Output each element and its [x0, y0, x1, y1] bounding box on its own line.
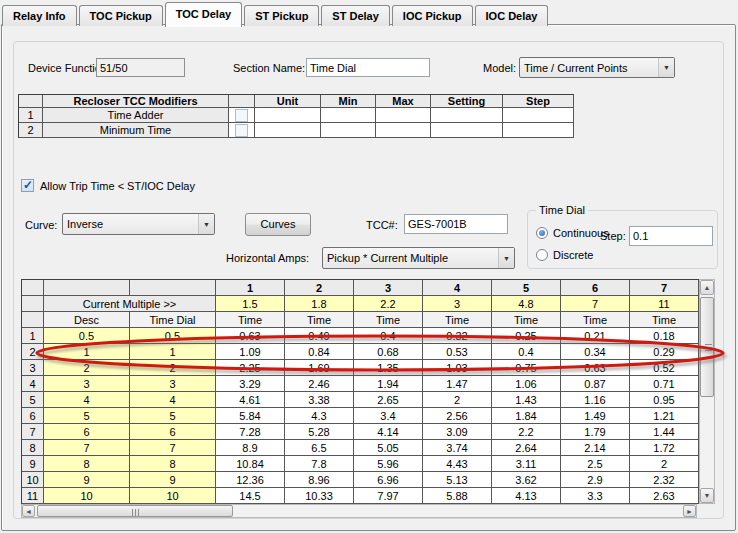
- grid-time-cell[interactable]: 2.14: [561, 440, 630, 456]
- grid-time-cell[interactable]: 6.5: [285, 440, 354, 456]
- grid-time-cell[interactable]: 5.28: [285, 424, 354, 440]
- grid-time-cell[interactable]: 4.13: [492, 488, 561, 504]
- grid-column-number[interactable]: 6: [561, 280, 630, 296]
- grid-row-number[interactable]: 3: [22, 360, 44, 376]
- modifiers-value-cell[interactable]: [503, 108, 574, 123]
- grid-time-cell[interactable]: 2.46: [285, 376, 354, 392]
- grid-time-cell[interactable]: 0.53: [423, 344, 492, 360]
- grid-time-cell[interactable]: 1.79: [561, 424, 630, 440]
- modifiers-row-number[interactable]: 2: [19, 123, 43, 138]
- grid-time-cell[interactable]: 2: [630, 456, 699, 472]
- grid-column-number[interactable]: 5: [492, 280, 561, 296]
- grid-time-cell[interactable]: 2.56: [423, 408, 492, 424]
- discrete-radio[interactable]: [536, 249, 548, 261]
- continuous-radio[interactable]: [536, 227, 548, 239]
- current-multiple-value[interactable]: 11: [630, 296, 699, 312]
- modifier-checkbox[interactable]: [235, 124, 248, 137]
- grid-time-cell[interactable]: 0.68: [354, 344, 423, 360]
- grid-time-cell[interactable]: 2.5: [561, 456, 630, 472]
- grid-time-cell[interactable]: 1.72: [630, 440, 699, 456]
- grid-desc-cell[interactable]: 2: [44, 360, 130, 376]
- grid-desc-cell[interactable]: 8: [44, 456, 130, 472]
- tcc-number-input[interactable]: GES-7001B: [404, 214, 508, 234]
- modifiers-value-cell[interactable]: [255, 108, 321, 123]
- grid-time-cell[interactable]: 0.18: [630, 328, 699, 344]
- grid-time-cell[interactable]: 1.21: [630, 408, 699, 424]
- horizontal-amps-dropdown[interactable]: Pickup * Current Multiple ▼: [322, 247, 515, 269]
- grid-time-cell[interactable]: 5.13: [423, 472, 492, 488]
- grid-column-number[interactable]: 3: [354, 280, 423, 296]
- current-multiple-value[interactable]: 4.8: [492, 296, 561, 312]
- grid-row-number[interactable]: 11: [22, 488, 44, 504]
- grid-time-cell[interactable]: 14.5: [216, 488, 285, 504]
- grid-time-cell[interactable]: 5.05: [354, 440, 423, 456]
- current-multiple-value[interactable]: 1.8: [285, 296, 354, 312]
- grid-column-number[interactable]: 7: [630, 280, 699, 296]
- grid-horizontal-scrollbar[interactable]: ◄ ►: [21, 504, 697, 518]
- tab-ioc-pickup[interactable]: IOC Pickup: [392, 5, 473, 26]
- grid-hscroll-thumb[interactable]: [37, 505, 233, 517]
- grid-time-cell[interactable]: 2.9: [561, 472, 630, 488]
- grid-time-dial-cell[interactable]: 6: [130, 424, 216, 440]
- grid-desc-cell[interactable]: 0.5: [44, 328, 130, 344]
- grid-time-cell[interactable]: 1.35: [354, 360, 423, 376]
- grid-time-cell[interactable]: 0.21: [561, 328, 630, 344]
- grid-time-cell[interactable]: 1.16: [561, 392, 630, 408]
- grid-desc-cell[interactable]: 10: [44, 488, 130, 504]
- grid-row-number[interactable]: 6: [22, 408, 44, 424]
- current-multiple-value[interactable]: 7: [561, 296, 630, 312]
- scroll-left-icon[interactable]: ◄: [22, 505, 35, 517]
- grid-time-cell[interactable]: 2: [423, 392, 492, 408]
- grid-desc-cell[interactable]: 5: [44, 408, 130, 424]
- modifiers-value-cell[interactable]: [376, 123, 431, 138]
- grid-time-cell[interactable]: 3.29: [216, 376, 285, 392]
- chevron-down-icon[interactable]: ▼: [498, 248, 514, 268]
- grid-time-cell[interactable]: 1.47: [423, 376, 492, 392]
- grid-time-cell[interactable]: 1.94: [354, 376, 423, 392]
- grid-time-cell[interactable]: 0.63: [216, 328, 285, 344]
- grid-time-cell[interactable]: 7.28: [216, 424, 285, 440]
- current-multiple-value[interactable]: 3: [423, 296, 492, 312]
- grid-time-cell[interactable]: 0.52: [630, 360, 699, 376]
- grid-time-cell[interactable]: 3.4: [354, 408, 423, 424]
- grid-time-cell[interactable]: 1.69: [285, 360, 354, 376]
- grid-time-cell[interactable]: 4.3: [285, 408, 354, 424]
- grid-time-cell[interactable]: 5.96: [354, 456, 423, 472]
- chevron-down-icon[interactable]: ▼: [198, 214, 214, 234]
- grid-time-dial-cell[interactable]: 1: [130, 344, 216, 360]
- grid-time-cell[interactable]: 4.14: [354, 424, 423, 440]
- grid-time-dial-cell[interactable]: 4: [130, 392, 216, 408]
- model-dropdown[interactable]: Time / Current Points ▼: [519, 57, 675, 78]
- modifiers-row-number[interactable]: 1: [19, 108, 43, 123]
- grid-time-cell[interactable]: 2.25: [216, 360, 285, 376]
- grid-time-cell[interactable]: 0.4: [354, 328, 423, 344]
- modifiers-value-cell[interactable]: [321, 123, 376, 138]
- grid-time-dial-cell[interactable]: 0.5: [130, 328, 216, 344]
- grid-time-cell[interactable]: 0.75: [492, 360, 561, 376]
- grid-time-cell[interactable]: 2.32: [630, 472, 699, 488]
- grid-desc-cell[interactable]: 3: [44, 376, 130, 392]
- modifier-checkbox[interactable]: [235, 109, 248, 122]
- modifiers-value-cell[interactable]: [503, 123, 574, 138]
- grid-row-number[interactable]: 5: [22, 392, 44, 408]
- grid-time-cell[interactable]: 0.87: [561, 376, 630, 392]
- grid-row-number[interactable]: 4: [22, 376, 44, 392]
- grid-time-cell[interactable]: 1.09: [216, 344, 285, 360]
- grid-time-cell[interactable]: 2.64: [492, 440, 561, 456]
- grid-time-cell[interactable]: 8.96: [285, 472, 354, 488]
- grid-time-cell[interactable]: 3.62: [492, 472, 561, 488]
- grid-row-number[interactable]: 10: [22, 472, 44, 488]
- grid-row-number[interactable]: 1: [22, 328, 44, 344]
- grid-row-number[interactable]: 9: [22, 456, 44, 472]
- tab-relay-info[interactable]: Relay Info: [2, 5, 77, 26]
- grid-column-number[interactable]: 2: [285, 280, 354, 296]
- tab-st-delay[interactable]: ST Delay: [321, 5, 389, 26]
- grid-time-cell[interactable]: 0.29: [630, 344, 699, 360]
- grid-time-cell[interactable]: 0.95: [630, 392, 699, 408]
- grid-time-cell[interactable]: 5.88: [423, 488, 492, 504]
- current-multiple-value[interactable]: 1.5: [216, 296, 285, 312]
- grid-time-cell[interactable]: 4.61: [216, 392, 285, 408]
- grid-time-dial-cell[interactable]: 3: [130, 376, 216, 392]
- scroll-right-icon[interactable]: ►: [683, 505, 696, 517]
- grid-time-cell[interactable]: 0.71: [630, 376, 699, 392]
